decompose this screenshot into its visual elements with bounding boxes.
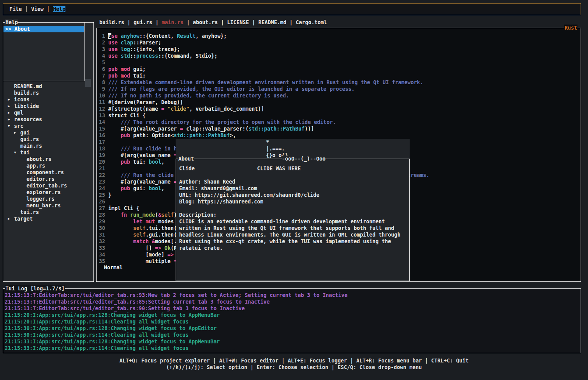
- code-token: =: [161, 106, 164, 112]
- code-token: bool: [149, 186, 161, 191]
- line-number: 5: [97, 59, 105, 66]
- tree-item-libclide[interactable]: ▶libclide: [3, 103, 93, 110]
- tree-item-label: about.rs: [26, 156, 51, 162]
- tree-item-label: menu_bar.rs: [26, 203, 61, 209]
- code-token: ::{Command, Stdio};: [158, 53, 217, 59]
- code-token: mod: [121, 66, 130, 72]
- code-token: pub: [108, 73, 118, 79]
- log-line: 21:15:30:I:App:src/tui/app.rs:114:Cleari…: [5, 332, 348, 338]
- tab-gui-rs[interactable]: gui.rs: [134, 19, 152, 25]
- log-panel[interactable]: Tui Log [log=1.7/s] 21:15:13:T:EditorTab…: [3, 288, 581, 353]
- log-line: 21:15:20:I:App:src/tui/app.rs:128:Changi…: [5, 312, 348, 318]
- tree-item-src[interactable]: ▼src: [3, 123, 93, 129]
- log-line: 21:15:13:T:EditorTab:src/tui/editor_tab.…: [5, 292, 348, 299]
- tree-item-label: explorer.rs: [26, 189, 61, 195]
- tree-item-menu_bar-rs[interactable]: menu_bar.rs: [3, 202, 93, 209]
- code-token: use: [108, 46, 118, 52]
- tab-LICENSE[interactable]: LICENSE: [227, 19, 249, 25]
- tree-item-label: editor_tab.rs: [26, 183, 67, 189]
- code-token: ))]: [305, 126, 314, 132]
- chevron-right-icon: ▶: [14, 129, 20, 136]
- explorer-scrollbar-thumb[interactable]: [85, 79, 91, 87]
- code-token: clap::value_parser!(: [183, 126, 248, 132]
- tree-item-label: libclide: [14, 103, 39, 109]
- tree-item-target[interactable]: ▶target: [3, 216, 93, 222]
- log-panel-title: Tui Log [log=1.7/s]: [5, 285, 65, 292]
- code-token: #[arg(value_name: [108, 179, 174, 185]
- code-line: 4use std::process::{Command, Stdio};: [97, 53, 217, 59]
- tree-item-build-rs[interactable]: build.rs: [3, 90, 93, 96]
- code-line: 7pub mod tui;: [97, 72, 146, 79]
- code-line: 24 pub gui: bool,: [97, 185, 164, 192]
- code-line: 8/// Extendable command-line driven deve…: [97, 79, 423, 86]
- tree-item-gui-rs[interactable]: gui.rs: [3, 136, 93, 143]
- code-token: Ok: [164, 245, 171, 251]
- code-token: ::: [130, 53, 136, 59]
- chevron-down-icon: ▼: [8, 123, 14, 129]
- chevron-right-icon: ▶: [8, 110, 14, 116]
- code-line: 14 /// The root directory for the projec…: [97, 119, 336, 125]
- tab-main-rs[interactable]: main.rs: [162, 19, 183, 25]
- code-token: [118, 46, 121, 52]
- code-token: process: [136, 53, 158, 59]
- code-token: run_mode: [130, 212, 155, 218]
- tree-item-about-rs[interactable]: about.rs: [3, 156, 93, 163]
- tree-item-editor_tab-rs[interactable]: editor_tab.rs: [3, 182, 93, 189]
- code-token: [108, 225, 133, 231]
- code-line: 10/// If no path is provided, the curren…: [97, 92, 289, 99]
- tree-item-logger-rs[interactable]: logger.rs: [3, 196, 93, 202]
- code-token: pub: [121, 133, 130, 138]
- code-line: 16 pub path: Option<std::path::PathBuf>,: [97, 132, 236, 139]
- line-number: 8: [97, 79, 105, 86]
- code-line: 13struct Cli {: [97, 112, 146, 119]
- tab-README-md[interactable]: README.md: [258, 19, 286, 25]
- line-number: 27: [97, 205, 105, 212]
- code-token: use: [108, 40, 118, 46]
- menu-item-help[interactable]: Help: [53, 6, 65, 12]
- menu-item-file[interactable]: File: [9, 6, 22, 12]
- line-number: 11: [97, 99, 105, 106]
- tree-item-label: resources: [14, 117, 42, 122]
- tree-item-main-rs[interactable]: main.rs: [3, 143, 93, 149]
- tab-about-rs[interactable]: about.rs: [193, 19, 218, 25]
- code-token: let: [133, 219, 143, 224]
- tree-item-explorer-rs[interactable]: explorer.rs: [3, 189, 93, 196]
- code-line: 5: [97, 59, 108, 66]
- tree-item-qml[interactable]: ▶qml: [3, 110, 93, 116]
- dropdown-item-about[interactable]: >> About: [4, 26, 84, 32]
- tree-item-editor-rs[interactable]: editor.rs: [3, 176, 93, 182]
- tree-item-label: editor.rs: [26, 176, 55, 182]
- tree-item-app-rs[interactable]: app.rs: [3, 163, 93, 169]
- menu-item-view[interactable]: View: [31, 6, 44, 12]
- code-token: /// If no flags are provided, the GUI ed…: [108, 86, 354, 92]
- tree-item-gui[interactable]: ▶gui: [3, 129, 93, 136]
- tree-item-icons[interactable]: ▶icons: [3, 96, 93, 103]
- code-line: 1use anyhow::{Context, Result, anyhow};: [97, 33, 227, 39]
- code-token: log: [121, 46, 130, 52]
- line-number: 20: [97, 159, 105, 165]
- tree-item-resources[interactable]: ▶resources: [3, 116, 93, 123]
- code-token: [108, 186, 121, 191]
- language-badge: Rust: [564, 25, 577, 31]
- code-line: 3use log::{info, trace};: [97, 46, 180, 53]
- code-token: impl Cli {: [108, 205, 139, 211]
- code-token: std::path::PathBuf: [248, 126, 305, 132]
- code-token: [108, 212, 121, 218]
- code-line: 11#[derive(Parser, Debug)]: [97, 99, 183, 106]
- chevron-right-icon: ▶: [8, 116, 14, 123]
- code-token: /// If no path is provided, the current …: [108, 93, 289, 99]
- tree-item-README-md[interactable]: README.md: [3, 83, 93, 90]
- tab-build-rs[interactable]: build.rs: [99, 19, 124, 25]
- tab-Cargo-toml[interactable]: Cargo.toml: [296, 19, 327, 25]
- tree-item-tui-rs[interactable]: tui.rs: [3, 209, 93, 216]
- code-token: struct Cli {: [108, 113, 146, 118]
- menu-separator: │: [22, 6, 31, 12]
- tree-item-label: tui.rs: [20, 209, 39, 215]
- log-line: 21:15:33:I:App:src/tui/app.rs:128:Changi…: [5, 338, 348, 345]
- tree-item-tui[interactable]: ▼tui: [3, 149, 93, 156]
- tab-separator: |: [249, 19, 258, 25]
- line-number: 18: [97, 145, 105, 152]
- tree-item-component-rs[interactable]: component.rs: [3, 169, 93, 176]
- tab-separator: |: [152, 19, 162, 25]
- line-number: 29: [97, 218, 105, 225]
